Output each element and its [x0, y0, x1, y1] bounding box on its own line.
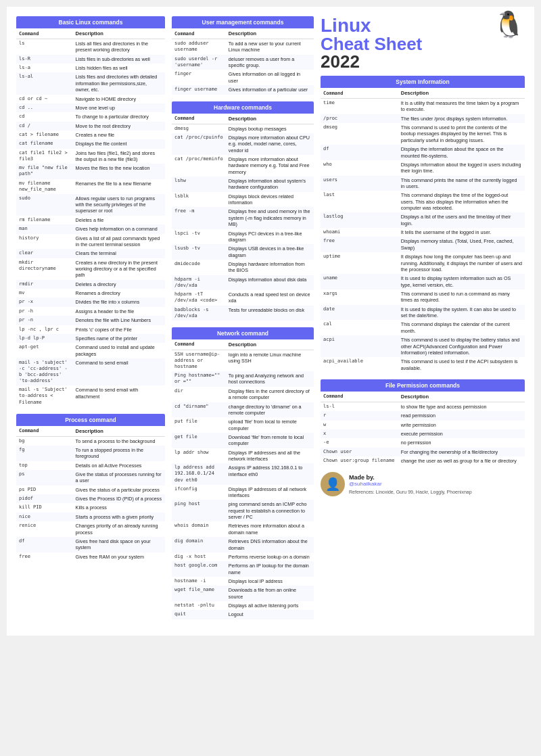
desc-cell: To add a new user to your current Linux … [226, 39, 314, 55]
table-row: acpiThis command is used to display the … [321, 335, 525, 357]
basic-linux-col1: Command [16, 28, 73, 39]
made-by-handle: @suhailkakar [349, 481, 472, 487]
cmd-cell: ls-R [16, 55, 73, 64]
desc-cell: deluser removes a user from a specific g… [226, 55, 314, 70]
table-row: wget file_nameDownloads a file from an o… [172, 586, 314, 601]
desc-cell: change directory to 'dirname' on a remot… [226, 402, 314, 418]
cmd-cell: users [321, 176, 398, 191]
table-row: hdparm -tT /dev/xda <code>Conducts a rea… [172, 290, 314, 306]
user-mgmt-col1: Command [172, 28, 226, 39]
fileperm-col2: Description [398, 392, 525, 402]
table-row: dig -x hostPerforms reverse lookup on a … [172, 552, 314, 561]
desc-cell: Lists files in sub-directories as well [73, 55, 165, 64]
fileperm-header: File Permission commands [321, 379, 525, 392]
cmd-cell: mail -s 'Subject' to-address < Filename [16, 385, 73, 406]
table-row: rm filenameDeletes a file [16, 216, 165, 225]
desc-cell: Divides the file into x columns [73, 298, 165, 306]
cmd-cell: wget file_name [172, 586, 226, 601]
table-row: cat /proc/meminfoDisplays more informati… [172, 155, 314, 176]
table-row: ping hostping command sends an ICMP echo… [172, 500, 314, 521]
desc-cell: Displays IP addresses of all network int… [226, 485, 314, 500]
table-row: finger usernameGives information of a pa… [172, 85, 314, 94]
cmd-cell: mail -s 'subject' -c 'cc-address' -b 'bc… [16, 358, 73, 385]
desc-cell: Denotes the file with Line Numbers [73, 316, 165, 325]
cmd-cell: cat /proc/meminfo [172, 155, 226, 176]
table-row: cat > filenameCreates a new file [16, 131, 165, 139]
avatar: 👤 [321, 472, 345, 496]
cmd-cell: lspci -tv [172, 229, 226, 245]
desc-cell: Assigns IP address 192.168.0.1 to interf… [226, 463, 314, 484]
user-mgmt-section: User management commands Command Descrip… [172, 16, 314, 95]
cmd-cell: pr -h [16, 307, 73, 316]
table-row: ls-RLists files in sub-directories as we… [16, 55, 165, 64]
table-row: cat /proc/cpuinfoDisplays more informati… [172, 133, 314, 155]
cmd-cell: ls-a [16, 64, 73, 72]
made-by-label: Made by. [349, 474, 472, 481]
desc-cell: Displays block devices related informati… [226, 192, 314, 208]
table-row: cd ..Move one level up [16, 103, 165, 112]
desc-cell: Gives free RAM on your system [73, 552, 165, 561]
desc-cell: Conducts a read speed test on device xda [226, 290, 314, 306]
cmd-cell: lastlog [321, 212, 398, 228]
table-row: pidofGives the Process ID (PID) of a pro… [16, 494, 165, 503]
table-row: pr -hAssigns a header to the file [16, 307, 165, 316]
desc-cell: Displays bootup messages [226, 124, 314, 133]
table-row: freeGives free RAM on your system [16, 552, 165, 561]
desc-cell: Kills a process [73, 503, 165, 512]
user-mgmt-col2: Description [226, 28, 314, 39]
desc-cell: Downloads a file from an online source [226, 586, 314, 601]
cmd-cell: r [321, 411, 398, 420]
cmd-cell: cat > filename [16, 131, 73, 139]
cmd-cell: cd [16, 112, 73, 121]
table-row: whois domainRetrieves more information a… [172, 521, 314, 537]
desc-cell: Deletes a directory [73, 280, 165, 289]
fileperm-table: Command Description ls-lto show file typ… [321, 392, 525, 466]
cmd-cell: cd .. [16, 103, 73, 112]
desc-cell: The files under /proc displays system in… [398, 114, 525, 123]
cmd-cell: hdparm -i /dev/xda [172, 275, 226, 290]
desc-cell: Displays PCI devices in a tree-like diag… [226, 229, 314, 245]
table-row: pr -nDenotes the file with Line Numbers [16, 316, 165, 325]
table-row: mail -s 'subject' -c 'cc-address' -b 'bc… [16, 358, 165, 385]
table-row: usersThis command prints the name of the… [321, 176, 525, 191]
cmd-cell: ps PID [16, 486, 73, 494]
cmd-cell: ls-l [321, 402, 398, 411]
desc-cell: Starts a process with a given priority [73, 513, 165, 521]
desc-cell: Displays USB devices in a tree-like diag… [226, 244, 314, 260]
cmd-cell: /proc [321, 114, 398, 123]
desc-cell: This command prints the name of the curr… [398, 176, 525, 191]
desc-cell: This command displays the calendar of th… [398, 320, 525, 335]
desc-cell: This command displays the time of the lo… [398, 191, 525, 212]
table-row: mail -s 'Subject' to-address < FilenameC… [16, 385, 165, 406]
cmd-cell: free -m [172, 207, 226, 229]
cmd-cell: mv file "new file path" [16, 164, 73, 179]
cmd-cell: lp address add 192.168.0.1/24 dev eth0 [172, 463, 226, 484]
cmd-cell: lp addr show [172, 448, 226, 464]
table-row: bgTo send a process to the background [16, 436, 165, 446]
cmd-cell: bg [16, 436, 73, 446]
desc-cell: Download 'file' from remote to local com… [226, 433, 314, 448]
cmd-cell: finger [172, 70, 226, 85]
cmd-cell: df [16, 537, 73, 552]
cmd-cell: lp-d lp-P [16, 334, 73, 343]
cmd-cell: cat file1 file2 > file3 [16, 149, 73, 164]
cmd-cell: cal [321, 320, 398, 335]
table-row: lastThis command displays the time of th… [321, 191, 525, 212]
table-row: lp addr showDisplays IP addresses and al… [172, 448, 314, 464]
cmd-cell: acpi_available [321, 357, 398, 373]
cmd-cell: acpi [321, 335, 398, 357]
table-row: clearClears the terminal [16, 249, 165, 258]
table-row: xexecute permission [321, 429, 525, 438]
table-row: sudo userdel -r 'username'deluser remove… [172, 55, 314, 70]
cmd-cell: uptime [321, 252, 398, 274]
table-row: -eno permission [321, 438, 525, 447]
desc-cell: It is a utility that measures the time t… [398, 99, 525, 114]
desc-cell: Displays local IP address [226, 577, 314, 586]
process-col1: Command [16, 426, 73, 437]
desc-cell: It displays how long the computer has be… [398, 252, 525, 274]
cmd-cell: man [16, 225, 73, 233]
page: Basic Linux commands Command Description… [7, 7, 534, 636]
table-row: cd "dirname"change directory to 'dirname… [172, 402, 314, 418]
cmd-cell: mv filename new_file_name [16, 179, 73, 194]
desc-cell: Gives the Process ID (PID) of a process [73, 494, 165, 503]
